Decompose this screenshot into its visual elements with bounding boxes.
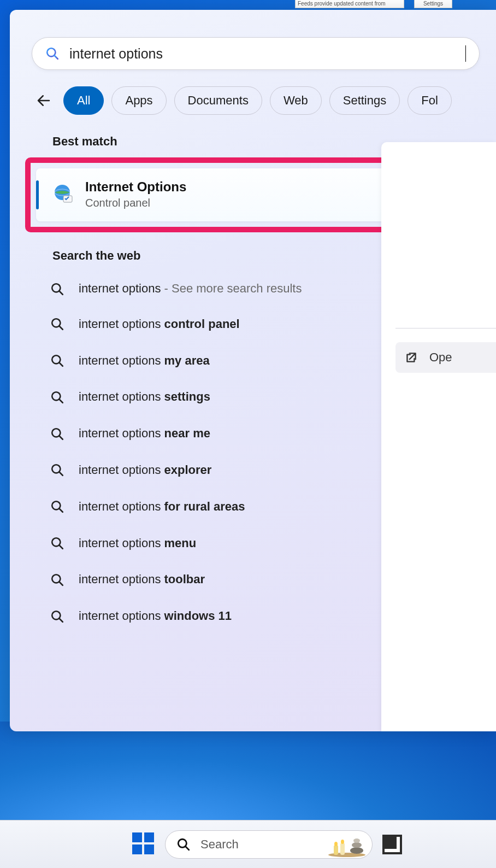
svg-line-18 [59,508,63,512]
desktop-background: Feeds provide updated content from Setti… [0,0,496,11]
start-search-panel: All Apps Documents Web Settings Fol Best… [10,10,496,731]
taskbar-search[interactable]: Search [165,830,373,859]
taskbar-search-placeholder: Search [200,837,239,852]
windows-logo-icon [131,831,155,855]
search-icon [50,463,64,477]
text-cursor [465,45,466,62]
task-view-icon [382,835,402,854]
filter-documents[interactable]: Documents [174,86,262,115]
search-icon [50,536,64,550]
preview-open-label: Ope [429,350,452,365]
svg-point-33 [352,842,362,848]
svg-line-14 [59,436,63,439]
search-highlight-art-icon [326,831,368,857]
search-icon [50,390,64,404]
svg-line-16 [59,472,63,476]
best-match-subtitle: Control panel [85,197,186,209]
svg-line-10 [59,362,63,366]
search-input[interactable] [69,46,465,62]
svg-line-12 [59,399,63,403]
svg-point-37 [334,842,338,846]
arrow-left-icon [36,92,52,109]
desktop-wallpaper [0,722,496,825]
search-box[interactable] [32,37,480,70]
svg-rect-28 [144,844,154,854]
preview-pane: Ope [381,142,496,731]
filter-settings[interactable]: Settings [329,86,400,115]
search-icon [50,609,64,624]
svg-rect-27 [132,844,142,854]
search-icon [50,500,64,514]
svg-rect-26 [144,832,154,842]
filter-tabs: All Apps Documents Web Settings Fol [10,70,496,128]
svg-line-1 [54,55,58,59]
svg-line-30 [185,846,189,850]
search-icon [50,354,64,368]
filter-all[interactable]: All [63,86,104,115]
preview-open-action[interactable]: Ope [395,342,496,373]
open-external-icon [404,350,418,365]
svg-point-34 [353,838,360,843]
svg-point-38 [341,840,344,844]
task-view-button[interactable] [382,835,402,854]
internet-options-icon [52,184,74,206]
best-match-title: Internet Options [85,179,186,195]
svg-rect-25 [132,832,142,842]
svg-rect-4 [63,196,72,202]
svg-rect-35 [334,845,338,855]
svg-line-22 [59,582,63,585]
search-icon [176,837,191,852]
svg-line-24 [59,618,63,622]
start-button[interactable] [131,831,155,858]
filter-folders[interactable]: Fol [408,86,452,115]
search-icon [45,46,60,61]
svg-line-6 [59,291,63,295]
search-icon [50,317,64,331]
search-icon [50,427,64,441]
filter-web[interactable]: Web [270,86,322,115]
filter-apps[interactable]: Apps [111,86,166,115]
svg-point-32 [350,847,363,854]
svg-rect-36 [340,843,345,855]
search-icon [50,573,64,587]
preview-separator [395,328,496,329]
svg-line-20 [59,545,63,549]
svg-line-8 [59,326,63,330]
search-icon [50,282,64,296]
selection-indicator [36,180,39,209]
back-button[interactable] [32,89,56,113]
taskbar: Search [0,820,496,868]
